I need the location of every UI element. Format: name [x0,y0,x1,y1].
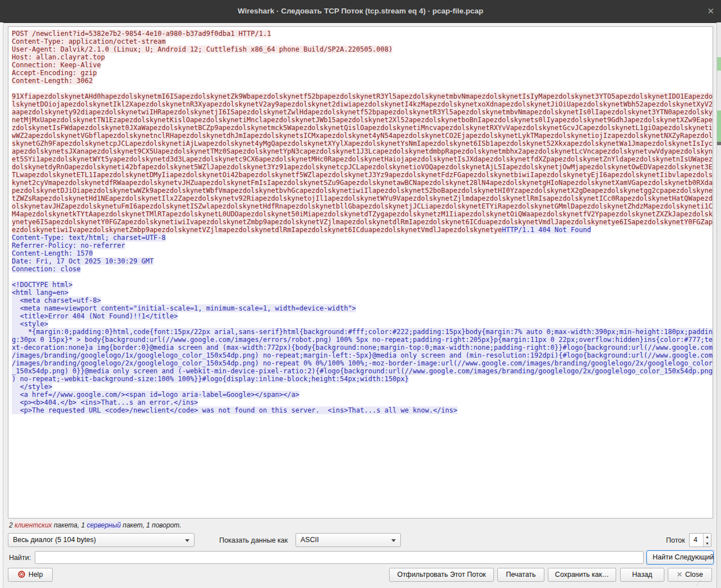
stream-line: </style> [12,383,713,391]
stream-line: tZWZsRapezdolskynetHd1NEapezdolskynetIlx… [12,195,713,202]
stream-line: Content-Length: 3062 [12,77,713,85]
stream-line: et5SYi1apezdolskynetWYt5yapezdolskynetd3… [12,155,713,163]
stream-line: ) no-repeat;-webkit-background-size:100%… [12,375,713,383]
find-next-button[interactable]: Найти Следующий [646,550,714,564]
stream-line: netMjMxUapezdolskynetTN1EzapezdolskynetK… [12,116,713,124]
summary-suffix: пакет, 1 поворот. [121,521,181,529]
stream-line: olskynetavJHZapezdolskynetuFmI6apezdolsk… [12,202,713,210]
conversation-select-value: Весь диалог (5 104 bytes) [13,536,96,544]
stream-line: dolskynetdyRnOapezdolskyneti42bfapezdols… [12,163,713,171]
background-window-scrollbar-strip [717,22,721,588]
minimap-segment [717,57,721,71]
summary-mid: пакета, 1 [52,521,87,529]
stream-line: <meta name=viewport content="initial-sca… [12,304,713,312]
stream-line: ezdolskynetiwiIvapezdolskynetZmbp9apezdo… [12,226,713,234]
packet-summary: 2 клиентских пакета, 1 серверный пакет, … [9,521,181,529]
show-data-as-select[interactable]: ASCII [295,533,401,547]
stream-line: apezdolskynetsJXanapezdolskynet9CX5Uapez… [12,147,713,155]
stream-line: aapezdolskynety92diapezdolskynetwiIHRape… [12,108,713,116]
stream-line: Content-Type: text/html; charset=UTF-8 [12,234,713,242]
stream-line: wWZ2apezdolskynetVGbflapezdolskynetnclRH… [12,132,713,140]
save-as-label: Сохранить как… [555,571,609,578]
stream-line: Connection: Keep-Alive [12,61,713,69]
close-button[interactable]: ✕Close [668,568,712,582]
stream-line: 91XfiapezdolskynetAHd0hapezdolskynetmI6I… [12,92,713,100]
print-button[interactable]: Печатать [497,568,544,582]
stream-line: TLwapezdolskynetETL1IapezdolskynetDMyIia… [12,171,713,179]
stream-line: *{margin:0;padding:0}html,code{font:15px… [12,328,713,336]
client-packets-word: клиентских [15,521,52,529]
stream-line: POST /newclient?id=5382e7b2-9854-4e10-a9… [12,30,713,38]
stream-line: <!DOCTYPE html> [12,281,713,289]
close-button-icon: ✕ [677,571,682,578]
stream-line: kynet2cyVmapezdolskynetdfRWaapezdolskyne… [12,179,713,187]
server-packets-word: серверный [87,521,121,529]
help-button[interactable]: Help [8,568,53,582]
help-label: Help [29,571,43,578]
stream-line: <html lang=en> [12,289,713,297]
window-title: Wireshark · Следовать TCP Поток (tcp.str… [0,0,721,22]
minimap-segment [717,142,721,145]
stream-line: /images/branding/googlelogo/1x/googlelog… [12,351,713,359]
save-as-button[interactable]: Сохранить как… [548,568,616,582]
spinner-down-icon[interactable]: ▼ [704,540,711,547]
help-icon [18,570,25,582]
conversation-select[interactable]: Весь диалог (5 104 bytes) [8,533,195,547]
find-next-label: Найти Следующий [653,553,714,561]
stream-line: <p><b>404.</b> <ins>That...s an error.</… [12,399,713,406]
stream-line: xt-decoration:none}a img{border:0}@media… [12,344,713,351]
stream-line: g:30px 0 15px}* > body{background:url(//… [12,336,713,344]
resize-grip[interactable]: ⋰ [696,580,702,586]
back-label: Назад [632,571,653,578]
stream-line [12,85,713,92]
stream-line: zdolskynetIsFWdapezdolskynet0JXaWapezdol… [12,124,713,132]
close-label: Close [685,571,703,578]
print-label: Печатать [506,571,535,578]
stream-line: Host: allan.clayrat.top [12,53,713,61]
show-data-as-value: ASCII [301,536,319,544]
summary-prefix: 2 [9,521,15,529]
stream-line: <a href=//www.google.com/><span id=logo … [12,391,713,399]
stream-line: Date: Fri, 17 Oct 2025 10:30:29 GMT [12,257,713,265]
close-icon[interactable]: ✕ [707,0,714,22]
stream-line: Content-Type: application/octet-stream [12,38,713,45]
filter-stream-label: Отфильтровать Этот Поток [397,571,486,578]
stream-line: Connection: close [12,265,713,273]
stream-line: _150x54dp.png) 0}}@media only screen and… [12,367,713,375]
stream-line: <p>The requested URL <code>/newclient</c… [12,406,713,414]
stream-line: Content-Length: 1570 [12,249,713,257]
stream-line: lskynetDOiojapezdolskynetIkl2Xapezdolsky… [12,100,713,108]
chevron-down-icon [391,539,396,542]
stream-line: /images/branding/googlelogo/2x/googlelog… [12,359,713,367]
stream-line: skynetGZh9FapezdolskynetcpJCLapezdolskyn… [12,140,713,147]
title-bar: Wireshark · Следовать TCP Поток (tcp.str… [0,0,721,23]
stream-line: ynetye6ISapezdolskynetY0FGZapezdolskynet… [12,218,713,226]
show-data-as-label: Показать данные как [219,536,288,544]
stream-line: M4apezdolskynetkTYtAapezdolskynetTMlRTap… [12,210,713,218]
stream-content[interactable]: POST /newclient?id=5382e7b2-9854-4e10-a9… [8,26,713,518]
stream-number-spinner[interactable]: 4 ▲ ▼ [689,533,711,547]
minimap-segment [717,110,721,142]
stream-line: pezdolskynetDJiOiapezdolskynetwWZk9apezd… [12,187,713,195]
find-input[interactable] [35,551,644,564]
filter-stream-button[interactable]: Отфильтровать Этот Поток [389,568,494,582]
find-label: Найти: [9,554,31,562]
stream-line [12,273,713,281]
back-button[interactable]: Назад [620,568,664,582]
stream-line: Referrer-Policy: no-referrer [12,242,713,249]
background-window-left-edge [0,22,3,588]
stream-number-value: 4 [694,534,697,547]
chevron-down-icon [185,539,190,542]
stream-label: Поток [666,536,685,544]
stream-line: <meta charset=utf-8> [12,297,713,304]
stream-line: Accept-Encoding: gzip [12,69,713,77]
stream-line: User-Agent: Dalvik/2.1.0 (Linux; U; Andr… [12,45,713,53]
spinner-up-icon[interactable]: ▲ [704,534,711,540]
stream-line: <style> [12,320,713,328]
stream-line: <title>Error 404 (Not Found)!!1</title> [12,312,713,320]
